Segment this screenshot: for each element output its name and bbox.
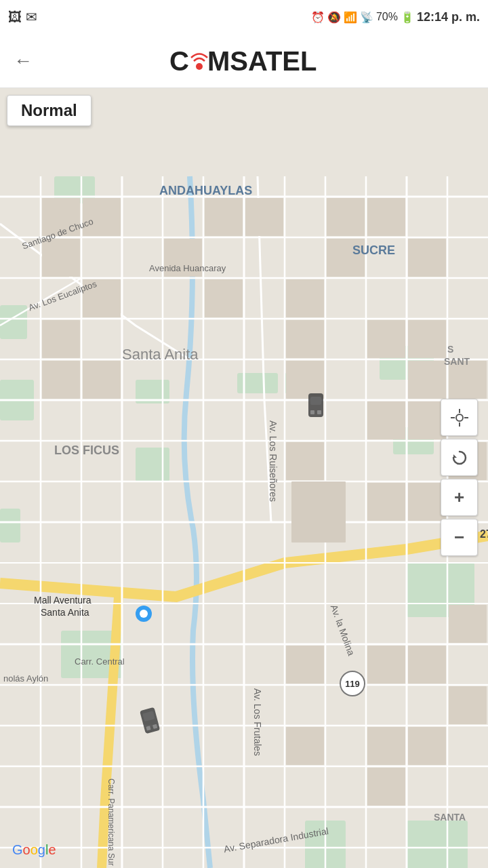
alarm-icon: ⏰: [311, 11, 325, 24]
svg-text:Google: Google: [12, 842, 56, 857]
car-1: [308, 393, 323, 417]
svg-rect-50: [327, 198, 365, 236]
svg-text:ANDAHUAYLAS: ANDAHUAYLAS: [159, 184, 252, 197]
app-bar: ← C MSATEL: [0, 34, 488, 88]
svg-point-1: [196, 63, 203, 70]
svg-text:C: C: [169, 46, 189, 76]
comsatel-logo: C MSATEL: [169, 45, 319, 77]
volume-icon: 🔕: [327, 11, 341, 24]
svg-rect-49: [245, 198, 283, 236]
svg-rect-83: [291, 481, 346, 542]
locate-button[interactable]: [441, 399, 478, 436]
svg-rect-55: [408, 239, 446, 277]
status-time: 12:14 p. m.: [417, 10, 480, 24]
status-right: ⏰ 🔕 📶 📡 70% 🔋 12:14 p. m.: [311, 10, 480, 24]
svg-rect-64: [83, 361, 121, 399]
svg-text:119: 119: [345, 679, 360, 689]
svg-rect-61: [286, 320, 324, 358]
svg-rect-80: [367, 727, 405, 765]
svg-text:MSATEL: MSATEL: [207, 46, 317, 76]
svg-rect-65: [286, 361, 324, 399]
svg-rect-68: [286, 442, 324, 480]
svg-marker-127: [453, 454, 457, 458]
svg-rect-75: [286, 646, 324, 684]
email-icon: ✉: [26, 9, 37, 25]
zoom-out-button[interactable]: −: [441, 519, 478, 556]
svg-point-118: [140, 610, 148, 618]
svg-text:Carr. Central: Carr. Central: [75, 656, 125, 667]
svg-rect-66: [408, 361, 446, 399]
signal-icon: 📡: [360, 11, 373, 24]
svg-rect-14: [0, 305, 27, 339]
status-bar: 🖼 ✉ ⏰ 🔕 📶 📡 70% 🔋 12:14 p. m.: [0, 0, 488, 34]
refresh-button[interactable]: [441, 439, 478, 476]
svg-text:Carr. Panamericana Sur: Carr. Panamericana Sur: [106, 778, 116, 866]
map-view-label[interactable]: Normal: [7, 95, 92, 126]
svg-rect-10: [136, 448, 169, 481]
svg-rect-62: [408, 320, 446, 358]
map-svg: ANDAHUAYLAS SUCRE Santiago de Chuco Av. …: [0, 88, 488, 868]
svg-rect-57: [205, 279, 243, 317]
gallery-icon: 🖼: [8, 9, 22, 25]
svg-text:Santa Anita: Santa Anita: [41, 607, 89, 618]
svg-text:Mall Aventura: Mall Aventura: [34, 595, 92, 606]
battery-text: 70%: [376, 11, 398, 23]
svg-rect-63: [42, 361, 80, 399]
svg-text:SANTA: SANTA: [434, 812, 466, 823]
svg-text:S: S: [447, 344, 453, 355]
map-container[interactable]: ANDAHUAYLAS SUCRE Santiago de Chuco Av. …: [0, 88, 488, 868]
battery-icon: 🔋: [401, 11, 414, 24]
svg-rect-51: [367, 198, 405, 236]
svg-text:Avenida Huancaray: Avenida Huancaray: [149, 263, 226, 273]
svg-rect-76: [367, 646, 405, 684]
svg-rect-17: [0, 509, 20, 542]
svg-rect-60: [42, 320, 80, 358]
svg-rect-72: [367, 483, 405, 521]
svg-rect-107: [310, 410, 314, 414]
zoom-in-button[interactable]: +: [441, 479, 478, 516]
svg-text:Santa Anita: Santa Anita: [122, 346, 199, 363]
back-button[interactable]: ←: [14, 50, 33, 72]
svg-rect-12: [407, 821, 468, 868]
svg-text:Av. Los Frutales: Av. Los Frutales: [252, 688, 263, 756]
status-icons: 🖼 ✉: [8, 9, 37, 25]
svg-text:nolás Aylón: nolás Aylón: [3, 673, 48, 684]
wifi-icon: 📶: [344, 11, 357, 24]
svg-rect-74: [449, 605, 487, 643]
svg-rect-108: [317, 410, 321, 414]
svg-rect-79: [286, 727, 324, 765]
svg-point-122: [456, 414, 463, 421]
svg-rect-48: [205, 198, 243, 236]
svg-text:SANT: SANT: [444, 356, 470, 367]
svg-rect-77: [408, 646, 446, 684]
svg-rect-69: [367, 401, 405, 439]
svg-rect-52: [42, 239, 80, 277]
svg-rect-59: [367, 320, 405, 358]
svg-text:Av. Los Ruiseñores: Av. Los Ruiseñores: [268, 420, 279, 502]
map-controls: + − 27 D: [441, 399, 478, 557]
svg-rect-82: [367, 768, 405, 806]
svg-text:SUCRE: SUCRE: [352, 243, 395, 257]
zoom-in-icon: +: [454, 487, 464, 508]
svg-rect-78: [449, 686, 487, 724]
svg-rect-58: [286, 279, 324, 317]
svg-rect-106: [310, 397, 321, 405]
logo: C MSATEL: [169, 45, 319, 77]
svg-rect-81: [408, 727, 446, 765]
zoom-out-icon: −: [454, 527, 464, 548]
svg-text:LOS FICUS: LOS FICUS: [54, 443, 119, 457]
